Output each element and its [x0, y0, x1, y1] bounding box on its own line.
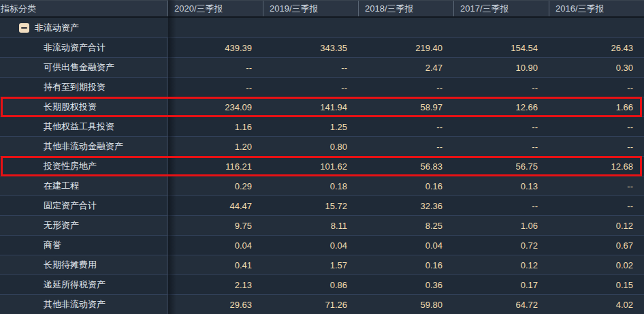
- value-cell: 1.20: [167, 137, 263, 156]
- header-index-column: 指标分类: [0, 1, 167, 16]
- row-label: 持有至到期投资: [0, 78, 167, 97]
- value-cell: --: [453, 196, 549, 215]
- table-header-row: 指标分类 2020/三季报 2019/三季报 2018/三季报 2017/三季报…: [0, 0, 644, 18]
- value-cell: 343.35: [263, 38, 358, 57]
- value-cell: 2.47: [358, 58, 453, 77]
- row-label: 其他权益工具投资: [0, 117, 167, 136]
- value-cell: 56.83: [358, 157, 453, 176]
- row-label: 投资性房地产: [0, 157, 167, 176]
- value-cell: 0.04: [167, 236, 263, 255]
- value-cell: 44.47: [167, 196, 263, 215]
- value-cell: --: [358, 78, 453, 97]
- value-cell: 0.72: [453, 236, 549, 255]
- header-period-2016[interactable]: 2016/三季报: [549, 1, 644, 16]
- value-cell: --: [167, 78, 263, 97]
- row-label: 其他非流动资产: [0, 295, 167, 314]
- row-label: 固定资产合计: [0, 196, 167, 215]
- value-cell: 0.67: [549, 236, 644, 255]
- value-cell: 234.09: [167, 97, 263, 116]
- value-cell: 0.18: [263, 176, 358, 195]
- value-cell: 0.12: [453, 255, 549, 274]
- value-cell: --: [453, 137, 549, 156]
- value-cell: 0.86: [263, 275, 358, 294]
- value-cell: 1.57: [263, 255, 358, 274]
- row-label: 无形资产: [0, 216, 167, 235]
- row-label: 可供出售金融资产: [0, 58, 167, 77]
- row-label: 其他非流动金融资产: [0, 137, 167, 156]
- value-cell: 56.75: [453, 157, 549, 176]
- value-cell: 116.21: [167, 157, 263, 176]
- value-cell: 4.02: [549, 295, 644, 314]
- value-cell: 8.25: [358, 216, 453, 235]
- value-cell: --: [263, 58, 358, 77]
- group-label-cell: 非流动资产: [0, 18, 167, 37]
- table-row[interactable]: 可供出售金融资产 -- -- 2.47 10.90 0.30: [0, 57, 644, 77]
- group-label: 非流动资产: [35, 22, 79, 34]
- value-cell: 1.25: [263, 117, 358, 136]
- table-row[interactable]: 长期待摊费用 0.41 1.57 0.16 0.12 0.02: [0, 255, 644, 274]
- value-cell: 0.16: [358, 255, 453, 274]
- value-cell: 0.36: [358, 275, 453, 294]
- row-label: 递延所得税资产: [0, 275, 167, 294]
- header-period-2019[interactable]: 2019/三季报: [263, 1, 358, 16]
- value-cell: 1.06: [453, 216, 549, 235]
- table-row[interactable]: 无形资产 9.75 8.11 8.25 1.06 0.12: [0, 215, 644, 235]
- table-row[interactable]: 在建工程 0.29 0.18 0.16 0.13 --: [0, 176, 644, 195]
- collapse-minus-icon[interactable]: [19, 23, 29, 33]
- value-cell: 1.16: [167, 117, 263, 136]
- table-row[interactable]: 投资性房地产 116.21 101.62 56.83 56.75 12.68: [0, 156, 644, 176]
- value-cell: --: [453, 78, 549, 97]
- value-cell: 0.12: [549, 216, 644, 235]
- value-cell: 12.66: [453, 97, 549, 116]
- value-cell: 0.15: [549, 275, 644, 294]
- table-row[interactable]: 固定资产合计 44.47 15.72 32.36 -- --: [0, 195, 644, 215]
- value-cell: 0.41: [167, 255, 263, 274]
- value-cell: 219.40: [358, 38, 453, 57]
- value-cell: 64.72: [453, 295, 549, 314]
- value-cell: 101.62: [263, 157, 358, 176]
- value-cell: --: [453, 117, 549, 136]
- value-cell: 0.04: [263, 236, 358, 255]
- financial-indicators-table: 指标分类 2020/三季报 2019/三季报 2018/三季报 2017/三季报…: [0, 0, 644, 314]
- value-cell: 15.72: [263, 196, 358, 215]
- row-label: 长期股权投资: [0, 97, 167, 116]
- header-period-2018[interactable]: 2018/三季报: [358, 1, 453, 16]
- row-label: 长期待摊费用: [0, 255, 167, 274]
- value-cell: --: [549, 176, 644, 195]
- table-row[interactable]: 持有至到期投资 -- -- -- -- --: [0, 77, 644, 97]
- table-row[interactable]: 非流动资产合计 439.39 343.35 219.40 154.54 26.4…: [0, 37, 644, 57]
- value-cell: 12.68: [549, 157, 644, 176]
- minus-glyph: [21, 27, 27, 29]
- table-row[interactable]: 长期股权投资 234.09 141.94 58.97 12.66 1.66: [0, 97, 644, 116]
- table-row[interactable]: 其他权益工具投资 1.16 1.25 -- -- --: [0, 116, 644, 136]
- value-cell: 32.36: [358, 196, 453, 215]
- table-row[interactable]: 其他非流动金融资产 1.20 0.80 -- -- --: [0, 136, 644, 156]
- value-cell: --: [263, 78, 358, 97]
- value-cell: 0.29: [167, 176, 263, 195]
- value-cell: --: [549, 117, 644, 136]
- table-body: 非流动资产 非流动资产合计 439.39 343.35 219.40 154.5…: [0, 18, 644, 314]
- value-cell: 0.30: [549, 58, 644, 77]
- header-period-2020[interactable]: 2020/三季报: [167, 1, 263, 16]
- value-cell: 8.11: [263, 216, 358, 235]
- value-cell: --: [549, 78, 644, 97]
- value-cell: --: [358, 117, 453, 136]
- value-cell: 58.97: [358, 97, 453, 116]
- value-cell: --: [549, 137, 644, 156]
- value-cell: 59.80: [358, 295, 453, 314]
- value-cell: 141.94: [263, 97, 358, 116]
- table-row[interactable]: 其他非流动资产 29.63 71.26 59.80 64.72 4.02: [0, 294, 644, 314]
- group-row-noncurrent-assets[interactable]: 非流动资产: [0, 18, 644, 37]
- value-cell: 26.43: [549, 38, 644, 57]
- value-cell: 2.13: [167, 275, 263, 294]
- header-period-2017[interactable]: 2017/三季报: [453, 1, 549, 16]
- value-cell: 1.66: [549, 97, 644, 116]
- row-label: 商誉: [0, 236, 167, 255]
- value-cell: --: [549, 196, 644, 215]
- value-cell: --: [358, 137, 453, 156]
- value-cell: 0.80: [263, 137, 358, 156]
- value-cell: 10.90: [453, 58, 549, 77]
- value-cell: 29.63: [167, 295, 263, 314]
- table-row[interactable]: 商誉 0.04 0.04 0.04 0.72 0.67: [0, 235, 644, 255]
- table-row[interactable]: 递延所得税资产 2.13 0.86 0.36 0.17 0.15: [0, 274, 644, 294]
